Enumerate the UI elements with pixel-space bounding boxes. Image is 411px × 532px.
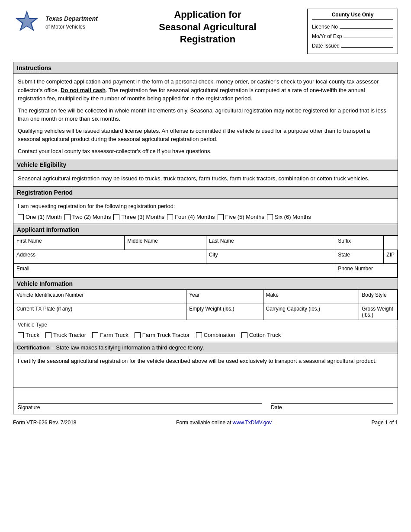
month-5-option: Five (5) Months xyxy=(218,214,264,220)
suffix-cell: Suffix xyxy=(335,236,384,250)
month-1-checkbox[interactable] xyxy=(18,214,24,220)
certification-bold: Certification xyxy=(17,344,50,351)
farm-truck-checkbox[interactable] xyxy=(92,332,98,338)
vehicle-info-header: Vehicle Information xyxy=(13,278,398,290)
vehicle-type-label: Vehicle Type xyxy=(13,320,398,328)
gross-weight-cell: Gross Weight (lbs.) xyxy=(359,304,398,320)
do-not-mail: Do not mail cash xyxy=(61,87,106,93)
signature-label: Signature xyxy=(18,404,262,410)
instructions-para3: Qualifying vehicles will be issued stand… xyxy=(18,127,393,144)
email-label: Email xyxy=(16,266,332,272)
registration-period-options: One (1) Month Two (2) Months Three (3) M… xyxy=(18,214,393,220)
vin-row: Vehicle Identification Number Year Make … xyxy=(14,290,398,304)
month-4-label: Four (4) Months xyxy=(175,214,215,220)
month-4-option: Four (4) Months xyxy=(167,214,215,220)
month-3-checkbox[interactable] xyxy=(113,214,119,220)
combination-checkbox[interactable] xyxy=(196,332,202,338)
empty-weight-label: Empty Weight (lbs.) xyxy=(189,306,260,312)
vin-label: Vehicle Identification Number xyxy=(16,292,183,298)
last-name-cell: Last Name xyxy=(206,236,335,250)
month-2-checkbox[interactable] xyxy=(64,214,71,220)
zip-cell: ZIP xyxy=(384,250,398,264)
instructions-body: Submit the completed application and pay… xyxy=(13,74,398,159)
vehicle-eligibility-text: Seasonal agricultural registration may b… xyxy=(18,174,393,183)
vin-cell: Vehicle Identification Number xyxy=(14,290,186,304)
county-use-box: County Use Only License No Mo/Yr of Exp … xyxy=(307,9,398,54)
moyr-line xyxy=(344,32,393,38)
make-cell: Make xyxy=(263,290,359,304)
logo-texas: Texas Department xyxy=(45,15,98,23)
cotton-truck-checkbox[interactable] xyxy=(241,332,247,338)
truck-checkbox[interactable] xyxy=(18,332,24,338)
moyr-row: Mo/Yr of Exp xyxy=(312,32,393,39)
instructions-para1: Submit the completed application and pay… xyxy=(18,77,393,103)
month-1-option: One (1) Month xyxy=(18,214,62,220)
date-issued-row: Date Issued xyxy=(312,42,393,49)
license-no-row: License No xyxy=(312,22,393,30)
date-area: Date xyxy=(271,391,393,410)
farm-truck-option: Farm Truck xyxy=(92,332,128,338)
instructions-header: Instructions xyxy=(13,62,398,74)
page-footer: Form VTR-626 Rev. 7/2018 Form available … xyxy=(13,420,398,426)
month-5-label: Five (5) Months xyxy=(225,214,264,220)
weight-row: Current TX Plate (if any) Empty Weight (… xyxy=(14,304,398,320)
applicant-info-header: Applicant Information xyxy=(13,224,398,236)
date-issued-line xyxy=(341,42,393,48)
middle-name-label: Middle Name xyxy=(127,238,203,244)
txdmv-link[interactable]: www.TxDMV.gov xyxy=(233,420,272,426)
farm-truck-tractor-label: Farm Truck Tractor xyxy=(142,332,190,338)
email-cell: Email xyxy=(14,264,335,278)
middle-name-cell: Middle Name xyxy=(125,236,206,250)
signature-area: Signature xyxy=(18,391,262,410)
first-name-label: First Name xyxy=(16,238,122,244)
truck-label: Truck xyxy=(26,332,39,338)
month-1-label: One (1) Month xyxy=(26,214,62,220)
applicant-info-table: First Name Middle Name Last Name Suffix … xyxy=(13,236,398,278)
month-5-checkbox[interactable] xyxy=(218,214,224,220)
phone-cell: Phone Number xyxy=(335,264,398,278)
date-line[interactable] xyxy=(271,391,393,404)
combination-option: Combination xyxy=(196,332,235,338)
license-no-line xyxy=(340,22,393,29)
vehicle-info-table: Vehicle Identification Number Year Make … xyxy=(13,290,398,320)
month-4-checkbox[interactable] xyxy=(167,214,173,220)
carrying-capacity-label: Carrying Capacity (lbs.) xyxy=(266,306,356,312)
county-use-title: County Use Only xyxy=(312,12,393,20)
month-2-option: Two (2) Months xyxy=(64,214,111,220)
state-label: State xyxy=(338,252,381,258)
truck-tractor-checkbox[interactable] xyxy=(45,332,51,338)
name-row: First Name Middle Name Last Name Suffix xyxy=(14,236,398,250)
form-available: Form available online at www.TxDMV.gov xyxy=(176,420,272,426)
main-form: Instructions Submit the completed applic… xyxy=(13,62,398,414)
year-cell: Year xyxy=(186,290,263,304)
applicant-info-body: First Name Middle Name Last Name Suffix … xyxy=(13,236,398,278)
cotton-truck-label: Cotton Truck xyxy=(249,332,281,338)
farm-truck-tractor-checkbox[interactable] xyxy=(135,332,141,338)
empty-weight-cell: Empty Weight (lbs.) xyxy=(186,304,263,320)
registration-period-header: Registration Period xyxy=(13,187,398,199)
registration-period-body: I am requesting registration for the fol… xyxy=(13,199,398,224)
txdmv-logo-icon xyxy=(13,9,41,37)
current-plate-label: Current TX Plate (if any) xyxy=(16,306,183,312)
vehicle-info-body: Vehicle Identification Number Year Make … xyxy=(13,290,398,414)
truck-tractor-option: Truck Tractor xyxy=(45,332,86,338)
form-title-area: Application for Seasonal Agricultural Re… xyxy=(108,9,307,46)
month-6-label: Six (6) Months xyxy=(275,214,311,220)
certification-body: I certify the seasonal agricultural regi… xyxy=(13,353,398,388)
contact-row: Email Phone Number xyxy=(14,264,398,278)
page-header: Texas Department of Motor Vehicles Appli… xyxy=(13,9,398,54)
certification-text: I certify the seasonal agricultural regi… xyxy=(18,357,393,365)
address-label: Address xyxy=(16,252,203,258)
make-label: Make xyxy=(266,292,356,298)
instructions-para4: Contact your local county tax assessor-c… xyxy=(18,147,393,156)
month-6-checkbox[interactable] xyxy=(267,214,273,220)
truck-tractor-label: Truck Tractor xyxy=(53,332,86,338)
farm-truck-tractor-option: Farm Truck Tractor xyxy=(135,332,190,338)
logo-dmv: of Motor Vehicles xyxy=(45,23,98,31)
signature-row: Signature Date xyxy=(13,388,398,414)
vehicle-type-options: Truck Truck Tractor Farm Truck Farm Truc… xyxy=(13,328,398,342)
signature-line[interactable] xyxy=(18,391,262,404)
first-name-cell: First Name xyxy=(14,236,125,250)
month-2-label: Two (2) Months xyxy=(72,214,111,220)
form-number: Form VTR-626 Rev. 7/2018 xyxy=(13,420,77,426)
